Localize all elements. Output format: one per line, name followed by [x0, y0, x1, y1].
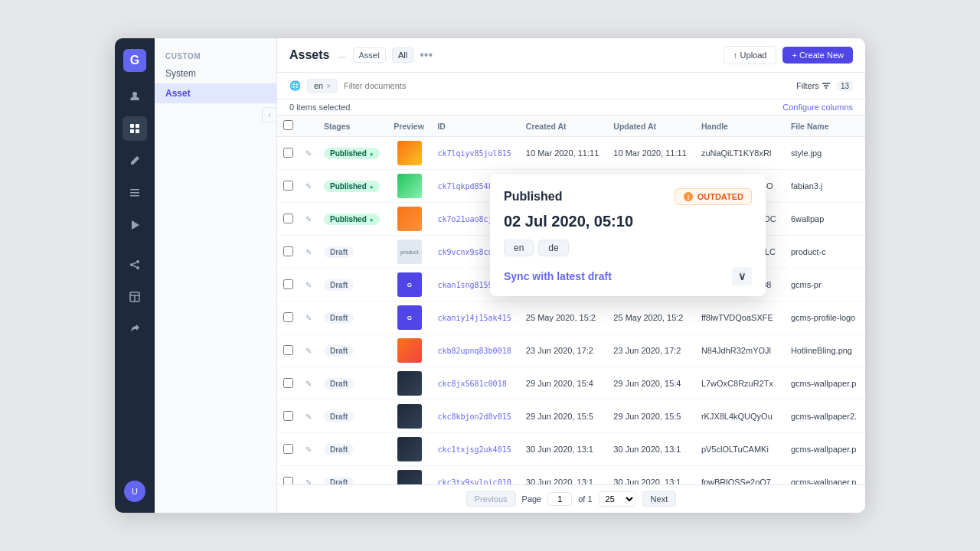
sidebar-item-edit[interactable] — [122, 148, 147, 173]
filter-bar: 🌐 en × Filters 13 — [277, 73, 865, 99]
row-handle: rKJX8L4kQUQyOu — [695, 400, 785, 433]
row-filename: gcms-wallpaper.p — [785, 466, 865, 485]
row-filename: style.jpg — [785, 137, 865, 170]
row-checkbox[interactable] — [283, 181, 293, 191]
row-filename: gcms-wallpaper.p — [785, 367, 865, 400]
svg-rect-2 — [136, 124, 139, 128]
sidebar-item-list[interactable] — [122, 181, 147, 205]
svg-point-0 — [132, 92, 137, 96]
row-edit-icon[interactable]: ✎ — [305, 445, 312, 454]
sidebar-item-cms[interactable] — [122, 116, 147, 141]
row-edit-icon[interactable]: ✎ — [305, 182, 312, 191]
row-updated: 30 Jun 2020, 13:1 — [607, 466, 695, 485]
table-row: ✎ Draft ckc3ty9svlnic010 30 Jun 2020, 13… — [277, 466, 865, 485]
lang-pill-de[interactable]: de — [538, 240, 568, 256]
stage-badge: Draft — [324, 411, 354, 422]
row-checkbox[interactable] — [283, 279, 293, 289]
row-edit-icon[interactable]: ✎ — [305, 281, 312, 289]
row-edit-icon[interactable]: ✎ — [305, 248, 312, 256]
all-tab[interactable]: All — [392, 47, 413, 63]
page-label: Page — [522, 494, 542, 504]
asset-tab[interactable]: Asset — [353, 47, 387, 63]
filters-label: Filters — [796, 81, 819, 90]
stage-badge: Draft — [324, 345, 354, 357]
selection-count: 0 items selected — [289, 103, 350, 112]
nav-item-asset[interactable]: Asset — [155, 83, 276, 103]
upload-button[interactable]: ↑ Upload — [724, 46, 776, 64]
row-edit-icon[interactable]: ✎ — [305, 215, 312, 223]
filters-button[interactable]: Filters — [796, 81, 831, 90]
published-popup: Published ! OUTDATED 02 Jul 2020, 05:10 … — [490, 174, 766, 296]
row-edit-icon[interactable]: ✎ — [305, 314, 312, 322]
next-page-btn[interactable]: Next — [642, 491, 677, 507]
row-checkbox[interactable] — [283, 246, 293, 256]
row-edit-icon[interactable]: ✎ — [305, 149, 312, 158]
prev-page-btn[interactable]: Previous — [466, 491, 516, 507]
sidebar-item-user[interactable] — [122, 84, 147, 109]
row-checkbox[interactable] — [283, 214, 293, 223]
row-handle: pV5clOLTuCAMKi — [695, 433, 785, 466]
row-checkbox[interactable] — [283, 378, 293, 388]
table-row: ✎ Draft G ckaniy14j15ak415 25 May 2020, … — [277, 302, 865, 334]
col-filename: File Name — [785, 116, 865, 137]
lang-filter-remove[interactable]: × — [326, 82, 331, 90]
row-created: 23 Jun 2020, 17:2 — [520, 334, 608, 367]
row-checkbox[interactable] — [283, 411, 293, 421]
sidebar-item-connect[interactable] — [122, 253, 147, 277]
row-id: ckaniy14j15ak415 — [431, 302, 519, 334]
lang-pill-en[interactable]: en — [504, 240, 534, 256]
sidebar-collapse-btn[interactable]: ‹ — [262, 107, 277, 122]
svg-rect-7 — [130, 195, 139, 197]
create-button[interactable]: + Create New — [782, 47, 853, 64]
row-created: 29 Jun 2020, 15:4 — [520, 367, 608, 400]
filter-count: 13 — [837, 81, 853, 91]
table-row: ✎ Draft ckc8kbjon2d8v015 29 Jun 2020, 15… — [277, 400, 865, 433]
sidebar-bottom: U — [124, 481, 145, 502]
svg-rect-6 — [130, 192, 139, 194]
row-edit-icon[interactable]: ✎ — [305, 380, 312, 388]
row-updated: 30 Jun 2020, 13:1 — [607, 433, 695, 466]
svg-point-10 — [136, 260, 139, 263]
row-created: 25 May 2020, 15:2 — [520, 302, 608, 334]
row-handle: zuNaQiLT1KY8xRl — [695, 137, 785, 170]
preview-thumbnail: G — [397, 305, 422, 330]
popup-title: Published — [504, 190, 562, 204]
nav-item-system[interactable]: System — [155, 64, 276, 83]
row-filename: 6wallpap — [785, 203, 865, 236]
row-edit-icon[interactable]: ✎ — [305, 478, 312, 484]
sidebar-item-table[interactable] — [122, 285, 147, 309]
lang-filter-tag[interactable]: en × — [307, 79, 338, 93]
page-number-input[interactable] — [547, 492, 572, 506]
col-handle: Handle — [695, 116, 785, 137]
row-created: 30 Jun 2020, 13:1 — [520, 433, 608, 466]
row-checkbox[interactable] — [283, 444, 293, 454]
stage-badge: Draft — [324, 279, 354, 291]
topbar-more-icon[interactable]: ••• — [420, 48, 433, 62]
preview-thumbnail — [397, 174, 422, 198]
row-filename: fabian3.j — [785, 170, 865, 203]
topbar: Assets ... Asset All ••• ↑ Upload + Crea… — [277, 38, 865, 73]
row-id: ckc3ty9svlnic010 — [431, 466, 519, 485]
sync-button[interactable]: Sync with latest draft ∨ — [504, 267, 752, 285]
configure-columns-btn[interactable]: Configure columns — [782, 103, 853, 112]
row-checkbox[interactable] — [283, 148, 293, 158]
sidebar-item-play[interactable] — [122, 213, 147, 237]
row-checkbox[interactable] — [283, 477, 293, 485]
selection-bar: 0 items selected Configure columns — [277, 99, 865, 116]
preview-thumbnail: product — [397, 240, 422, 264]
row-checkbox[interactable] — [283, 345, 293, 355]
sidebar-item-share[interactable] — [122, 317, 147, 341]
svg-line-12 — [133, 262, 136, 264]
row-id: ck7lqiyv85jul815 — [431, 137, 519, 170]
per-page-select[interactable]: 25 50 100 — [599, 491, 636, 507]
assets-table: Stages Preview ID Created At Updated At … — [277, 116, 865, 484]
search-input[interactable] — [344, 81, 790, 90]
svg-text:!: ! — [687, 194, 689, 201]
row-checkbox[interactable] — [283, 312, 293, 322]
row-id: ckb82upnq83b0018 — [431, 334, 519, 367]
select-all-checkbox[interactable] — [283, 120, 293, 130]
svg-point-11 — [136, 266, 139, 269]
row-edit-icon[interactable]: ✎ — [305, 412, 312, 421]
stage-badge: Draft — [324, 444, 354, 455]
row-edit-icon[interactable]: ✎ — [305, 347, 312, 355]
